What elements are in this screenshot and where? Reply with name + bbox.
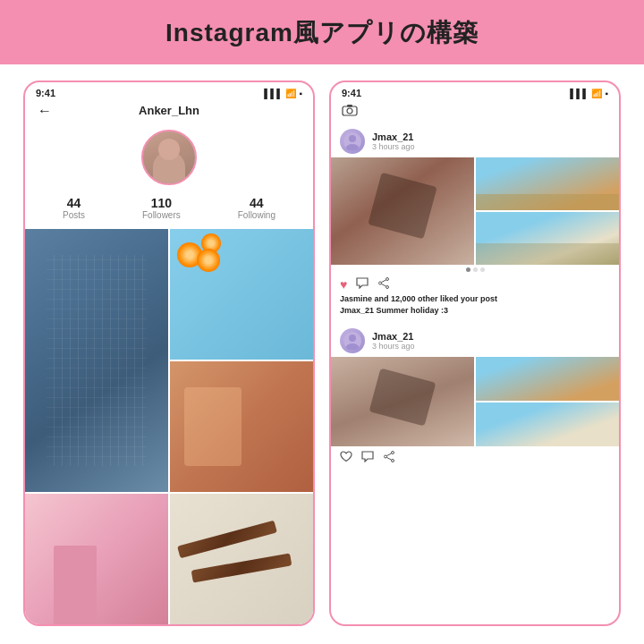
svg-rect-2 [347, 105, 352, 107]
post-1-user-info: Jmax_21 3 hours ago [372, 131, 415, 151]
feed-header [331, 100, 619, 125]
svg-point-14 [392, 452, 394, 454]
svg-point-7 [379, 282, 382, 284]
left-status-icons: ▌▌▌ 📶 ▪ [264, 89, 302, 98]
post-1-img-bottom [476, 212, 619, 265]
share-icon[interactable] [377, 277, 390, 292]
followers-stat: 110 Followers [142, 196, 181, 220]
post-2-comment-icon[interactable] [361, 450, 374, 466]
profile-stats: 44 Posts 110 Followers 44 Following [25, 191, 313, 229]
left-phone-mockup: 9:41 ▌▌▌ 📶 ▪ ← Anker_Lhn 44 Posts [23, 80, 315, 626]
posts-count: 44 [63, 196, 85, 210]
svg-point-12 [349, 335, 356, 342]
post-1-img-main [331, 157, 474, 265]
header-banner: Instagram風アプリの構築 [0, 0, 644, 64]
svg-line-10 [382, 284, 386, 286]
main-content: 9:41 ▌▌▌ 📶 ▪ ← Anker_Lhn 44 Posts [0, 64, 644, 639]
post-1-img-side [476, 157, 619, 265]
post-1-images [331, 157, 619, 265]
svg-point-8 [386, 286, 389, 289]
post-2-like-icon[interactable] [340, 450, 352, 466]
grid-photo-building[interactable] [25, 229, 168, 492]
avatar-container [25, 123, 313, 191]
posts-label: Posts [63, 210, 85, 220]
left-status-bar: 9:41 ▌▌▌ 📶 ▪ [25, 82, 313, 100]
svg-point-1 [347, 108, 352, 114]
grid-photo-pink[interactable] [25, 494, 168, 624]
left-time: 9:41 [36, 88, 55, 98]
svg-point-15 [385, 455, 387, 458]
right-signal-icon: ▌▌▌ [570, 89, 589, 98]
right-time: 9:41 [342, 88, 361, 98]
profile-username: Anker_Lhn [139, 104, 199, 117]
posts-stat: 44 Posts [63, 196, 85, 220]
profile-photo-grid [25, 229, 313, 624]
comment-icon[interactable] [356, 277, 369, 292]
svg-line-9 [382, 280, 386, 283]
page-title: Instagram風アプリの構築 [0, 16, 644, 50]
post-2-img-main [331, 357, 474, 446]
post-1-likes: Jasmine and 12,000 other liked your post… [331, 293, 619, 318]
post-2-img-top [476, 357, 619, 401]
svg-point-16 [392, 460, 394, 462]
right-wifi-icon: 📶 [591, 89, 602, 98]
avatar-image [143, 131, 195, 183]
post-2-time: 3 hours ago [372, 342, 415, 351]
post-1-username: Jmax_21 [372, 131, 415, 142]
post-2-user-info: Jmax_21 3 hours ago [372, 331, 415, 351]
post-2-share-icon[interactable] [383, 450, 395, 466]
feed-post-1: Jmax_21 3 hours ago [331, 125, 619, 318]
right-status-icons: ▌▌▌ 📶 ▪ [570, 89, 608, 98]
right-phone-mockup: 9:41 ▌▌▌ 📶 ▪ [329, 80, 621, 626]
post-1-actions: ♥ [331, 274, 619, 293]
caption-text: Jmax_21 Summer holiday :3 [340, 306, 448, 315]
grid-photo-chocolate[interactable] [170, 494, 313, 624]
post-2-avatar [340, 328, 365, 353]
svg-point-4 [349, 135, 356, 142]
left-signal-icon: ▌▌▌ [264, 89, 283, 98]
post-1-time: 3 hours ago [372, 142, 415, 151]
following-count: 44 [238, 196, 275, 210]
following-stat: 44 Following [238, 196, 275, 220]
profile-nav: ← Anker_Lhn [25, 100, 313, 123]
svg-line-17 [386, 453, 391, 456]
like-icon[interactable]: ♥ [340, 277, 347, 292]
feed-post-2: Jmax_21 3 hours ago [331, 325, 619, 468]
post-1-img-top [476, 157, 619, 210]
left-battery-icon: ▪ [299, 89, 302, 98]
dot-2 [473, 267, 478, 272]
post-2-images [331, 357, 619, 446]
post-2-actions [331, 446, 619, 468]
likes-text: Jasmine and 12,000 other liked your post [340, 294, 497, 303]
post-1-header: Jmax_21 3 hours ago [331, 125, 619, 157]
followers-label: Followers [142, 210, 181, 220]
post-2-img-bottom [476, 402, 619, 446]
dot-3 [480, 267, 485, 272]
back-button[interactable]: ← [38, 103, 52, 119]
post-2-img-side [476, 357, 619, 446]
svg-point-6 [386, 278, 389, 281]
post-1-dots [331, 265, 619, 274]
grid-photo-oranges[interactable] [170, 229, 313, 360]
feed-content: Jmax_21 3 hours ago [331, 125, 619, 624]
camera-icon[interactable] [342, 104, 358, 120]
following-label: Following [238, 210, 275, 220]
grid-photo-interior[interactable] [170, 361, 313, 492]
post-1-avatar [340, 129, 365, 154]
post-2-header: Jmax_21 3 hours ago [331, 325, 619, 357]
right-battery-icon: ▪ [605, 89, 608, 98]
svg-line-18 [386, 457, 391, 460]
followers-count: 110 [142, 196, 181, 210]
left-wifi-icon: 📶 [285, 89, 296, 98]
post-2-username: Jmax_21 [372, 331, 415, 342]
dot-1 [466, 267, 470, 272]
profile-avatar [141, 130, 197, 185]
right-status-bar: 9:41 ▌▌▌ 📶 ▪ [331, 82, 619, 100]
